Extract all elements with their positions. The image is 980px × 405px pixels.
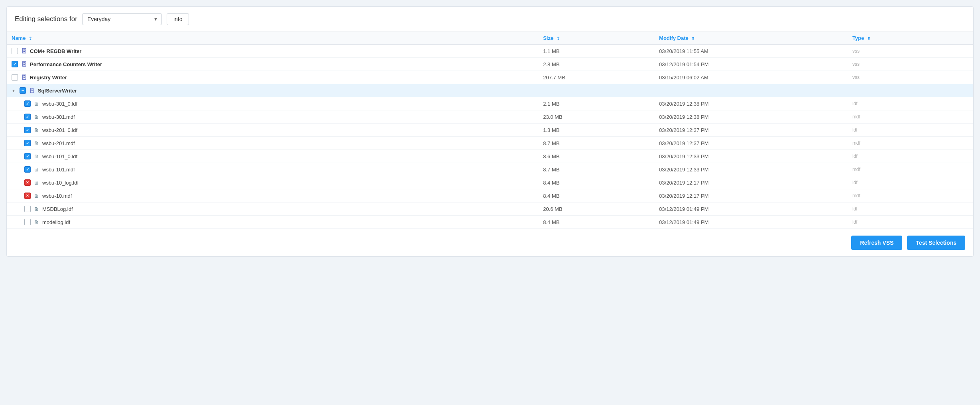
- checkbox-wsbu-10-log-ldf[interactable]: [24, 179, 31, 186]
- type-cell: ldf: [848, 97, 973, 110]
- type-cell: ldf: [848, 176, 973, 189]
- row-name-text: wsbu-201_0.ldf: [42, 127, 77, 133]
- date-cell: 03/20/2019 12:37 PM: [654, 124, 848, 137]
- table-row: ▼🗄SqlServerWriter: [7, 84, 973, 97]
- table-row: 🗎wsbu-10.mdf8.4 MB03/20/2019 12:17 PMmdf: [7, 189, 973, 202]
- name-column-header[interactable]: Name ⇕: [7, 32, 538, 45]
- checkbox-wsbu-201-ldf[interactable]: [24, 127, 31, 133]
- checkbox-wsbu-301-mdf[interactable]: [24, 114, 31, 120]
- type-column-header[interactable]: Type ⇕: [848, 32, 973, 45]
- file-icon: 🗎: [34, 140, 39, 146]
- size-cell: 8.4 MB: [538, 176, 654, 189]
- row-name-text: wsbu-101.mdf: [42, 167, 75, 173]
- file-icon: 🗎: [34, 180, 39, 186]
- file-icon: 🗎: [34, 114, 39, 120]
- row-name-text: wsbu-101_0.ldf: [42, 153, 77, 159]
- row-name-text: wsbu-10_log.ldf: [42, 180, 79, 186]
- date-cell: 03/20/2019 12:17 PM: [654, 189, 848, 202]
- table-row: 🗎wsbu-101.mdf8.7 MB03/20/2019 12:33 PMmd…: [7, 163, 973, 176]
- table-row: 🗎wsbu-301_0.ldf2.1 MB03/20/2019 12:38 PM…: [7, 97, 973, 110]
- db-icon: 🗄: [21, 74, 27, 81]
- size-cell: 2.1 MB: [538, 97, 654, 110]
- checkbox-modellog-ldf[interactable]: [24, 219, 31, 225]
- refresh-vss-button[interactable]: Refresh VSS: [851, 236, 902, 250]
- table-row: 🗎wsbu-101_0.ldf8.6 MB03/20/2019 12:33 PM…: [7, 150, 973, 163]
- checkbox-performance-counters-writer[interactable]: [12, 61, 18, 67]
- name-sort-icon: ⇕: [29, 36, 32, 41]
- type-cell: vss: [848, 71, 973, 84]
- main-container: Editing selections for Everyday Weekly M…: [6, 6, 974, 257]
- date-cell: 03/20/2019 12:33 PM: [654, 150, 848, 163]
- info-button[interactable]: info: [167, 13, 189, 25]
- size-cell: 8.4 MB: [538, 189, 654, 202]
- db-icon: 🗄: [21, 48, 27, 54]
- size-column-header[interactable]: Size ⇕: [538, 32, 654, 45]
- date-cell: 03/20/2019 12:38 PM: [654, 97, 848, 110]
- file-icon: 🗎: [34, 219, 39, 225]
- table-row: 🗎wsbu-301.mdf23.0 MB03/20/2019 12:38 PMm…: [7, 110, 973, 124]
- checkbox-sql-server-writer[interactable]: [20, 87, 26, 94]
- file-icon: 🗎: [34, 206, 39, 212]
- table-row: 🗎wsbu-201_0.ldf1.3 MB03/20/2019 12:37 PM…: [7, 124, 973, 137]
- file-icon: 🗎: [34, 101, 39, 107]
- type-cell: [848, 84, 973, 97]
- table-row: 🗄Registry Writer207.7 MB03/15/2019 06:02…: [7, 71, 973, 84]
- file-icon: 🗎: [34, 127, 39, 133]
- row-name-text: wsbu-10.mdf: [42, 193, 72, 199]
- checkbox-wsbu-201-mdf[interactable]: [24, 140, 31, 146]
- size-cell: 20.6 MB: [538, 202, 654, 216]
- size-cell: 207.7 MB: [538, 71, 654, 84]
- date-cell: 03/12/2019 01:49 PM: [654, 216, 848, 229]
- table-row: 🗄COM+ REGDB Writer1.1 MB03/20/2019 11:55…: [7, 45, 973, 58]
- type-cell: vss: [848, 45, 973, 58]
- row-name-text: Performance Counters Writer: [30, 61, 102, 67]
- table-row: 🗎wsbu-10_log.ldf8.4 MB03/20/2019 12:17 P…: [7, 176, 973, 189]
- date-sort-icon: ⇕: [691, 36, 695, 41]
- size-cell: [538, 84, 654, 97]
- expand-toggle[interactable]: ▼: [12, 88, 16, 93]
- test-selections-button[interactable]: Test Selections: [907, 236, 965, 250]
- schedule-dropdown[interactable]: Everyday Weekly Monthly: [82, 13, 162, 25]
- table-row: 🗎wsbu-201.mdf8.7 MB03/20/2019 12:37 PMmd…: [7, 137, 973, 150]
- checkbox-wsbu-10-mdf[interactable]: [24, 193, 31, 199]
- row-name-text: wsbu-201.mdf: [42, 140, 75, 146]
- type-cell: mdf: [848, 163, 973, 176]
- file-icon: 🗎: [34, 167, 39, 173]
- size-cell: 8.4 MB: [538, 216, 654, 229]
- file-icon: 🗎: [34, 153, 39, 159]
- checkbox-com-regdb-writer[interactable]: [12, 48, 18, 54]
- type-cell: mdf: [848, 137, 973, 150]
- checkbox-wsbu-101-ldf[interactable]: [24, 153, 31, 159]
- date-cell: 03/12/2019 01:54 PM: [654, 58, 848, 71]
- row-name-text: MSDBLog.ldf: [42, 206, 73, 212]
- row-name-text: wsbu-301_0.ldf: [42, 101, 77, 107]
- row-name-text: wsbu-301.mdf: [42, 114, 75, 120]
- checkbox-registry-writer[interactable]: [12, 74, 18, 81]
- row-name-text: Registry Writer: [30, 75, 67, 81]
- type-cell: ldf: [848, 124, 973, 137]
- date-cell: 03/20/2019 12:17 PM: [654, 176, 848, 189]
- type-sort-icon: ⇕: [867, 36, 870, 41]
- type-cell: ldf: [848, 202, 973, 216]
- schedule-dropdown-wrapper: Everyday Weekly Monthly ▼: [82, 13, 162, 25]
- date-cell: 03/15/2019 06:02 AM: [654, 71, 848, 84]
- checkbox-wsbu-301-ldf[interactable]: [24, 100, 31, 107]
- row-name-text: modellog.ldf: [42, 219, 70, 225]
- row-name-text: COM+ REGDB Writer: [30, 48, 81, 54]
- table-scroll-container[interactable]: Name ⇕ Size ⇕ Modify Date ⇕ Type: [7, 32, 973, 229]
- size-cell: 8.6 MB: [538, 150, 654, 163]
- date-cell: 03/20/2019 12:37 PM: [654, 137, 848, 150]
- table-row: 🗎MSDBLog.ldf20.6 MB03/12/2019 01:49 PMld…: [7, 202, 973, 216]
- type-cell: mdf: [848, 110, 973, 124]
- type-cell: ldf: [848, 150, 973, 163]
- checkbox-msdbtlog-ldf[interactable]: [24, 206, 31, 212]
- header: Editing selections for Everyday Weekly M…: [7, 7, 973, 32]
- table-row: 🗎modellog.ldf8.4 MB03/12/2019 01:49 PMld…: [7, 216, 973, 229]
- type-cell: mdf: [848, 189, 973, 202]
- size-cell: 1.3 MB: [538, 124, 654, 137]
- checkbox-wsbu-101-mdf[interactable]: [24, 166, 31, 173]
- modify-date-column-header[interactable]: Modify Date ⇕: [654, 32, 848, 45]
- size-cell: 23.0 MB: [538, 110, 654, 124]
- file-icon: 🗎: [34, 193, 39, 199]
- date-cell: 03/20/2019 11:55 AM: [654, 45, 848, 58]
